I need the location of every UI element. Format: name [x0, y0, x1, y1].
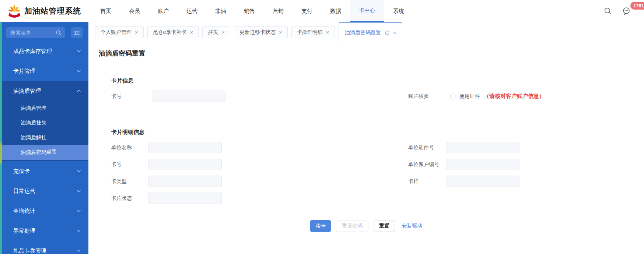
- tab-oil-drop-shield-password-reset[interactable]: 油滴盾密码重置 ×: [339, 22, 403, 42]
- sidebar-subitem-oil-drop-shield-loss[interactable]: 油滴盾挂失: [0, 116, 88, 130]
- tab-close-icon[interactable]: ×: [135, 29, 138, 35]
- tab-close-icon[interactable]: ×: [221, 29, 225, 35]
- collapse-icon: [73, 29, 80, 36]
- tab-update-migration-card-status[interactable]: 更新迁移卡状态 ×: [234, 26, 288, 38]
- chevron-down-icon: [77, 229, 81, 233]
- sidebar-item-label: 查询统计: [13, 208, 35, 215]
- read-card-button[interactable]: 读卡: [310, 220, 331, 232]
- reset-password-button[interactable]: 重设密码: [336, 220, 368, 232]
- nav-item-card-center[interactable]: 卡中心: [350, 0, 384, 22]
- main-content: 油滴盾密码重置 卡片信息 卡号 账户校验 使用证件 （请核对客户账户信息） 卡片…: [88, 42, 644, 254]
- reset-button[interactable]: 重置: [374, 220, 395, 232]
- chevron-down-icon: [77, 69, 81, 73]
- nav-item-system[interactable]: 系统: [384, 0, 413, 22]
- chevron-down-icon: [77, 169, 81, 173]
- tab-card-operation-detail[interactable]: 卡操作明细 ×: [291, 26, 335, 38]
- tab-kunlun-card-reissue[interactable]: 昆仑e享卡补卡 ×: [147, 26, 199, 38]
- use-id-radio-label[interactable]: 使用证件: [459, 93, 480, 100]
- sidebar-subitem-oil-drop-shield-password-reset[interactable]: 油滴盾密码重置: [0, 145, 88, 160]
- tab-label: 挂失: [208, 29, 218, 36]
- sidebar-item-card-management[interactable]: 卡片管理: [0, 61, 88, 81]
- sidebar-item-label: 成品卡库存管理: [13, 48, 52, 55]
- sidebar-item-label: 礼品卡券管理: [13, 247, 46, 254]
- sidebar-item-exception-handling[interactable]: 异常处理: [0, 221, 88, 241]
- unit-account-no-input[interactable]: [446, 159, 519, 170]
- sidebar-item-label: 油滴盾管理: [13, 88, 41, 95]
- chevron-up-icon: [77, 89, 81, 93]
- sidebar-item-finished-card-inventory[interactable]: 成品卡库存管理: [0, 41, 88, 61]
- app-title: 加油站管理系统: [24, 6, 81, 16]
- account-check-warning: （请核对客户账户信息）: [484, 93, 545, 100]
- nav-item-nonoil[interactable]: 非油: [206, 0, 235, 22]
- use-id-radio[interactable]: [450, 94, 456, 99]
- petrochina-logo-icon: [7, 4, 21, 18]
- card-style-input[interactable]: [446, 176, 519, 187]
- sidebar-item-label: 日常运营: [13, 188, 35, 195]
- card-style-label: 卡样: [408, 178, 446, 185]
- action-bar: 读卡 重设密码 重置 安装驱动: [310, 220, 422, 232]
- sidebar-item-gift-card-management[interactable]: 礼品卡券管理: [0, 241, 88, 254]
- card-no-label: 卡号: [111, 93, 152, 100]
- tab-label: 昆仑e享卡补卡: [153, 29, 187, 36]
- nav-item-member[interactable]: 会员: [120, 0, 149, 22]
- search-icon[interactable]: [603, 7, 612, 15]
- tab-close-icon[interactable]: ×: [393, 30, 396, 35]
- chevron-down-icon: [77, 209, 81, 213]
- tab-refresh-icon[interactable]: [385, 30, 390, 35]
- card-info-section-title: 卡片信息: [111, 77, 133, 84]
- card-status-input[interactable]: [148, 193, 222, 204]
- menu-search-icon[interactable]: [56, 30, 62, 37]
- card-type-label: 卡类型: [111, 178, 148, 185]
- sidebar-item-daily-operation[interactable]: 日常运营: [0, 181, 88, 201]
- tab-label: 个人账户管理: [101, 29, 132, 36]
- app-window: 加油站管理系统 首页 会员 账户 运营 非油 销售 营销 支付 数据 卡中心 系…: [0, 0, 644, 254]
- install-driver-link[interactable]: 安装驱动: [402, 223, 422, 229]
- sidebar: 成品卡库存管理 卡片管理 油滴盾管理 油滴盾管理 油滴盾挂失 油滴盾解挂 油滴盾…: [0, 22, 88, 254]
- card-no-input[interactable]: [152, 91, 225, 102]
- nav-item-marketing[interactable]: 营销: [264, 0, 293, 22]
- sidebar-item-query-statistics[interactable]: 查询统计: [0, 201, 88, 221]
- sidebar-subitem-oil-drop-shield-management[interactable]: 油滴盾管理: [0, 101, 88, 116]
- sidebar-menu: 成品卡库存管理 卡片管理 油滴盾管理 油滴盾管理 油滴盾挂失 油滴盾解挂 油滴盾…: [0, 41, 88, 254]
- tab-close-icon[interactable]: ×: [326, 29, 329, 35]
- sidebar-collapse-button[interactable]: [71, 27, 83, 38]
- nav-item-account[interactable]: 账户: [149, 0, 178, 22]
- sidebar-subitem-oil-drop-shield-unloss[interactable]: 油滴盾解挂: [0, 130, 88, 145]
- sidebar-scrollbar[interactable]: [0, 22, 2, 254]
- nav-item-data[interactable]: 数据: [321, 0, 350, 22]
- notification-badge[interactable]: 17614: [630, 2, 644, 10]
- nav-item-operation[interactable]: 运营: [178, 0, 206, 22]
- tab-close-icon[interactable]: ×: [279, 29, 282, 35]
- card-status-label: 卡片状态: [111, 195, 148, 202]
- message-icon[interactable]: [622, 7, 631, 15]
- sidebar-group-oil-drop-shield: 油滴盾管理 油滴盾管理 油滴盾挂失 油滴盾解挂 油滴盾密码重置: [0, 81, 88, 161]
- tab-close-icon[interactable]: ×: [190, 29, 193, 35]
- page-title: 油滴盾密码重置: [99, 49, 145, 58]
- chevron-down-icon: [77, 248, 81, 253]
- tab-label: 卡操作明细: [297, 29, 323, 36]
- menu-search: [6, 27, 65, 38]
- unit-id-no-input[interactable]: [446, 142, 519, 153]
- unit-account-no-label: 单位账户编号: [408, 161, 446, 168]
- unit-name-input[interactable]: [148, 142, 222, 153]
- tab-label: 油滴盾密码重置: [345, 29, 381, 36]
- account-check-label: 账户校验: [408, 93, 450, 100]
- sidebar-item-label: 充值卡: [13, 168, 30, 175]
- top-nav: 首页 会员 账户 运营 非油 销售 营销 支付 数据 卡中心 系统: [91, 0, 413, 22]
- card-detail-section-title: 卡片明细信息: [111, 129, 144, 136]
- title-divider: [99, 66, 637, 66]
- detail-card-no-input[interactable]: [148, 159, 222, 170]
- tab-bar: 个人账户管理 × 昆仑e享卡补卡 × 挂失 × 更新迁移卡状态 × 卡操作明细 …: [88, 22, 644, 42]
- sidebar-item-oil-drop-shield-management[interactable]: 油滴盾管理: [0, 81, 88, 101]
- card-type-input[interactable]: [148, 176, 222, 187]
- nav-item-home[interactable]: 首页: [91, 0, 120, 22]
- unit-id-no-label: 单位证件号: [408, 144, 446, 151]
- detail-card-no-label: 卡号: [111, 161, 148, 168]
- sidebar-item-recharge-card[interactable]: 充值卡: [0, 161, 88, 181]
- sidebar-item-label: 卡片管理: [13, 68, 35, 75]
- tab-personal-account-management[interactable]: 个人账户管理 ×: [95, 26, 144, 38]
- nav-item-sales[interactable]: 销售: [235, 0, 264, 22]
- nav-item-payment[interactable]: 支付: [293, 0, 321, 22]
- tab-report-loss[interactable]: 挂失 ×: [202, 26, 230, 38]
- sidebar-top: [0, 22, 88, 41]
